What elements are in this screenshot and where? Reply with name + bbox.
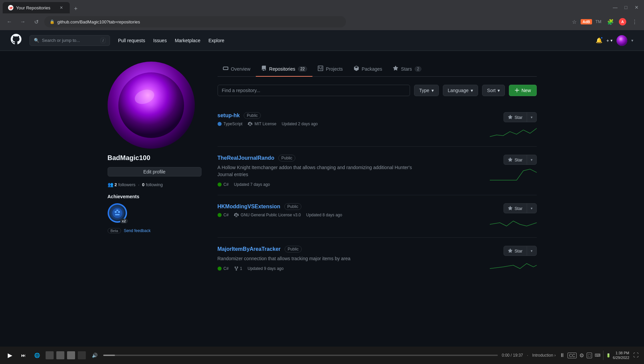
bookmark-star-icon[interactable]: ☆ xyxy=(569,16,580,27)
tab-repositories[interactable]: Repositories 22 xyxy=(256,62,312,77)
media-skip-button[interactable]: ⏭ xyxy=(19,351,28,360)
media-progress-bar[interactable] xyxy=(103,355,498,356)
sort-filter-button[interactable]: Sort ▾ xyxy=(482,85,505,96)
star-button[interactable]: Star ▾ xyxy=(504,246,537,256)
tab-close-button[interactable]: ✕ xyxy=(58,5,64,11)
profile-avatar: ✏ xyxy=(108,62,195,149)
media-pause-icon[interactable]: ⏸ xyxy=(560,352,565,358)
nav-explore[interactable]: Explore xyxy=(209,38,224,43)
avatar-edit-button[interactable]: ✏ xyxy=(181,135,192,146)
taskbar-app-icon[interactable] xyxy=(78,351,86,359)
type-dropdown-icon: ▾ xyxy=(431,88,434,93)
media-play-button[interactable]: ▶ xyxy=(5,351,15,360)
repo-search-input[interactable] xyxy=(218,85,410,96)
language-dot xyxy=(218,267,222,271)
window-maximize[interactable]: □ xyxy=(621,3,631,12)
repo-language: TypeScript xyxy=(218,122,243,126)
language-dot xyxy=(218,213,222,217)
extension-adbp[interactable]: AdB xyxy=(581,16,592,27)
window-minimize[interactable]: — xyxy=(610,3,620,12)
taskbar-app-icon[interactable] xyxy=(56,351,64,359)
star-dropdown-button[interactable]: ▾ xyxy=(527,155,536,164)
edit-profile-button[interactable]: Edit profile xyxy=(108,167,201,176)
star-main-button[interactable]: Star xyxy=(504,113,527,122)
repo-name-link[interactable]: HKModdingVSExtension xyxy=(218,204,281,210)
extensions-button[interactable]: 🧩 xyxy=(605,16,616,27)
fullscreen-button[interactable]: ⛶ xyxy=(633,352,639,358)
avatar-dropdown-icon[interactable]: ▾ xyxy=(631,38,633,43)
media-volume-button[interactable]: 🔊 xyxy=(90,351,99,360)
create-new-button[interactable]: + ▾ xyxy=(606,38,612,43)
new-repository-button[interactable]: New xyxy=(509,85,536,96)
achievements-title: Achievements xyxy=(108,194,201,199)
followers-info: 👥 2 followers · 0 following xyxy=(108,182,201,187)
overview-icon xyxy=(223,66,228,72)
taskbar-app-icon[interactable] xyxy=(67,351,75,359)
nav-bar: ← → ↺ 🔒 github.com/BadMagic100?tab=repos… xyxy=(0,13,644,30)
star-button[interactable]: Star ▾ xyxy=(504,155,537,165)
menu-button[interactable]: ⋮ xyxy=(629,16,640,27)
lock-icon: 🔒 xyxy=(50,19,55,24)
repo-meta: C# GNU General Public License v3.0 Updat… xyxy=(218,213,490,217)
repo-name-link[interactable]: setup-hk xyxy=(218,113,240,119)
beta-feedback-section: Beta Send feedback xyxy=(108,228,201,233)
media-settings-icon[interactable]: ⚙ xyxy=(579,352,584,359)
license-text: MIT License xyxy=(254,122,276,126)
tab-packages[interactable]: Packages xyxy=(348,62,388,77)
star-label: Star xyxy=(515,115,523,120)
taskbar-app-icon[interactable] xyxy=(46,351,54,359)
battery-icon[interactable]: 🔋 xyxy=(606,353,611,358)
nav-right-icons: ☆ AdB TM 🧩 A ⋮ xyxy=(569,16,640,27)
tab-overview[interactable]: Overview xyxy=(218,62,256,77)
language-filter-button[interactable]: Language ▾ xyxy=(443,85,478,96)
search-shortcut-key: / xyxy=(101,38,106,43)
star-label: Star xyxy=(515,206,523,211)
user-avatar-button[interactable] xyxy=(617,35,627,46)
back-button[interactable]: ← xyxy=(4,16,15,27)
address-bar[interactable]: 🔒 github.com/BadMagic100?tab=repositorie… xyxy=(44,16,346,27)
media-theater-icon[interactable]: □ xyxy=(587,353,592,358)
achievement-multiplier: x2 xyxy=(120,219,127,223)
star-main-button[interactable]: Star xyxy=(504,204,527,213)
reload-button[interactable]: ↺ xyxy=(31,16,42,27)
media-captions-icon[interactable]: CC xyxy=(568,353,577,358)
tab-stars[interactable]: Stars 2 xyxy=(388,62,427,77)
nav-marketplace[interactable]: Marketplace xyxy=(175,38,200,43)
nav-issues[interactable]: Issues xyxy=(153,38,167,43)
repo-name-link[interactable]: TheRealJournalRando xyxy=(218,155,275,161)
star-dropdown-button[interactable]: ▾ xyxy=(527,246,536,256)
following-label: following xyxy=(146,182,163,187)
notification-dot xyxy=(600,37,603,39)
new-repo-plus-icon xyxy=(515,88,519,93)
language-filter-label: Language xyxy=(448,88,469,93)
type-filter-button[interactable]: Type ▾ xyxy=(414,85,438,96)
star-button[interactable]: Star ▾ xyxy=(504,112,537,122)
github-logo[interactable] xyxy=(11,34,21,47)
repo-right: Star ▾ xyxy=(490,246,537,272)
extension-tampermonkey[interactable]: TM xyxy=(593,16,604,27)
search-box[interactable]: 🔍 Search or jump to... / xyxy=(30,35,110,46)
repo-name-link[interactable]: MajorItemByAreaTracker xyxy=(218,246,281,252)
media-time-display: 0:00 / 19:37 xyxy=(502,353,523,358)
svg-point-0 xyxy=(118,72,184,138)
system-clock: 1:38 PM 6/29/2022 xyxy=(613,351,629,360)
star-dropdown-button[interactable]: ▾ xyxy=(527,113,536,122)
star-dropdown-button[interactable]: ▾ xyxy=(527,204,536,213)
tab-projects[interactable]: Projects xyxy=(312,62,348,77)
star-main-button[interactable]: Star xyxy=(504,155,527,164)
new-tab-button[interactable]: + xyxy=(71,4,80,13)
active-tab[interactable]: 🐙 Your Repositories ✕ xyxy=(3,2,70,13)
achievement-badge[interactable]: x2 xyxy=(108,203,127,223)
forward-button[interactable]: → xyxy=(17,16,28,27)
send-feedback-link[interactable]: Send feedback xyxy=(124,228,151,233)
media-keyboard-icon[interactable]: ⌨ xyxy=(595,353,600,358)
tab-title: Your Repositories xyxy=(16,5,50,10)
star-button[interactable]: Star ▾ xyxy=(504,203,537,213)
window-close[interactable]: ✕ xyxy=(632,3,641,12)
svg-point-4 xyxy=(115,211,117,213)
star-main-button[interactable]: Star xyxy=(504,246,527,256)
account-icon[interactable]: A xyxy=(617,16,628,27)
notification-bell[interactable]: 🔔 xyxy=(596,37,602,44)
nav-pull-requests[interactable]: Pull requests xyxy=(118,38,145,43)
media-browser-icon[interactable]: 🌐 xyxy=(32,351,42,360)
